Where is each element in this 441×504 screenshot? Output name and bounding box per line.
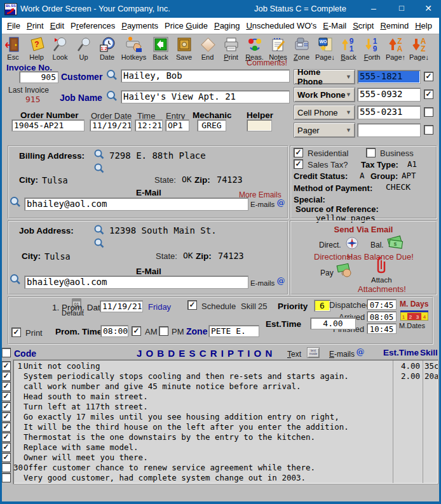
phone-field-1[interactable]: 555-1821 <box>357 70 421 84</box>
tax-type-value[interactable]: A1 <box>407 159 417 169</box>
print-button[interactable]: Print <box>219 36 243 61</box>
menu-price-guide[interactable]: Price Guide <box>161 21 211 30</box>
end-button[interactable]: End <box>196 36 219 61</box>
arrived-field[interactable]: 08:05 <box>367 311 397 322</box>
schedule-checkbox[interactable]: ✓ <box>187 300 197 310</box>
job-state-value[interactable]: OK <box>183 251 193 260</box>
phone-checkbox-3[interactable] <box>424 107 433 117</box>
hotkeys-button[interactable]: Hotkeys <box>119 36 149 61</box>
row-checkbox-6[interactable]: ✓ <box>1 412 11 421</box>
row-checkbox-5[interactable]: ✓ <box>1 402 11 411</box>
code-header-checkbox[interactable] <box>1 348 11 357</box>
am-checkbox[interactable]: ✓ <box>132 326 141 336</box>
notes-button[interactable]: Notes <box>266 36 290 61</box>
invoice-no-field[interactable]: 905 <box>19 71 58 83</box>
priority-field[interactable]: 6 <box>314 300 330 312</box>
row-checkbox-10[interactable]: ✓ <box>1 453 11 462</box>
menu-preferences[interactable]: Preferences <box>67 21 118 30</box>
billing-city-value[interactable]: Tulsa <box>42 175 68 185</box>
order-number-field[interactable]: 19045-AP21 <box>11 119 85 131</box>
phone-type-select-4[interactable]: Pager▼ <box>294 123 355 138</box>
menu-remind[interactable]: Remind <box>377 21 412 30</box>
row-checkbox-7[interactable]: ✓ <box>1 422 11 432</box>
group-value[interactable]: APT <box>402 171 416 180</box>
menu-help[interactable]: Help <box>412 21 435 30</box>
row-checkbox-9[interactable]: ✓ <box>1 442 11 452</box>
mechanic-field[interactable]: GREG <box>197 119 226 131</box>
billing-email-search-icon[interactable] <box>9 196 22 211</box>
phone-type-select-2[interactable]: Work Phone▼ <box>294 87 355 102</box>
minimize-button[interactable]: – <box>360 0 388 18</box>
residential-checkbox[interactable]: ✓ <box>294 148 303 157</box>
billing-email-field[interactable]: bhailey@aol.com <box>24 197 248 211</box>
header-emails-at-icon[interactable]: @ <box>355 347 365 357</box>
back-page-button[interactable]: 91 Back <box>337 36 360 61</box>
job-emails-at-icon[interactable]: @ <box>276 276 286 286</box>
back-record-button[interactable]: Back <box>149 36 172 61</box>
job-email-search-icon[interactable] <box>9 273 22 288</box>
entry-field[interactable]: OP1 <box>165 119 189 131</box>
menu-file[interactable]: File <box>4 21 24 30</box>
helper-field[interactable] <box>247 119 272 131</box>
row-checkbox-11[interactable] <box>1 463 11 472</box>
maximize-button[interactable]: □ <box>388 0 416 18</box>
menu-payments[interactable]: Payments <box>118 21 161 30</box>
customer-search-icon[interactable] <box>105 69 118 84</box>
billing-address-search-icon[interactable] <box>93 149 105 162</box>
order-time-field[interactable]: 12:21 <box>135 119 163 131</box>
phone-field-4[interactable] <box>357 123 421 137</box>
job-description-list[interactable]: 1Unit not cooling4.0035c System periodic… <box>13 359 438 484</box>
job-name-search-icon[interactable] <box>105 90 118 105</box>
page-down-wo-button[interactable]: WO Page↓ <box>313 36 337 61</box>
finished-field[interactable]: 10:45 <box>367 323 397 334</box>
directions-compass-icon[interactable] <box>345 236 359 253</box>
zone-field[interactable]: PETE E. <box>208 325 259 337</box>
job-address-search-icon[interactable] <box>93 224 105 238</box>
date-button[interactable]: 1:2 Date <box>95 36 119 61</box>
billing-zip-value[interactable]: 74123 <box>217 175 243 185</box>
row-checkbox-4[interactable]: ✓ <box>1 392 11 401</box>
business-checkbox[interactable] <box>366 148 376 157</box>
menu-paging[interactable]: Paging <box>211 21 243 30</box>
billing-address2-search-icon[interactable] <box>93 162 105 176</box>
menu-script[interactable]: Script <box>349 21 377 30</box>
est-time-field[interactable]: 4.00 <box>310 317 356 329</box>
billing-emails-at-icon[interactable]: @ <box>276 198 286 208</box>
job-address-value[interactable]: 12398 South Main St. <box>109 225 217 235</box>
look-button[interactable]: Look <box>48 36 72 61</box>
menu-unscheduled-wos[interactable]: Unscheduled WO's <box>243 21 320 30</box>
text-mode-label[interactable]: Text <box>287 350 301 359</box>
text-mode-icon[interactable]: textmode <box>307 347 320 358</box>
customer-field[interactable]: Hailey, Bob <box>121 69 290 83</box>
billing-address-value[interactable]: 7298 E. 88th Place <box>109 150 206 161</box>
reasons-button[interactable]: Reas. <box>243 36 266 61</box>
zone-button[interactable]: Zone <box>290 36 313 61</box>
dispatched-field[interactable]: 07:45 <box>367 299 397 310</box>
billing-state-value[interactable]: OK <box>182 175 192 184</box>
job-city-value[interactable]: Tulsa <box>44 251 71 262</box>
row-checkbox-1[interactable]: ✓ <box>1 361 11 371</box>
job-zip-value[interactable]: 74123 <box>218 251 244 261</box>
attach-paperclip-icon[interactable] <box>376 256 387 278</box>
menu-edit[interactable]: Edit <box>47 21 67 30</box>
page-down-az-button[interactable]: AZ Page↓ <box>407 36 431 61</box>
job-email-field[interactable]: bhailey@aol.com <box>24 275 248 289</box>
print-checkbox[interactable]: ✓ <box>11 328 21 337</box>
balance-money-icon[interactable]: $ <box>386 234 404 253</box>
row-checkbox-2[interactable]: ✓ <box>1 371 11 381</box>
forth-page-button[interactable]: 19 Forth <box>360 36 384 61</box>
page-up-za-button[interactable]: ZA Page↑ <box>384 36 407 61</box>
prom-time-field[interactable]: 08:00 <box>100 325 128 337</box>
sales-tax-checkbox[interactable]: ✓ <box>294 159 303 169</box>
phone-checkbox-4[interactable] <box>424 125 433 135</box>
job-name-field[interactable]: Hailey's View Apt. 21 <box>121 90 290 103</box>
m-dates-icon[interactable]: 1234 <box>400 310 428 323</box>
phone-checkbox-2[interactable]: ✓ <box>424 90 433 99</box>
menu-print[interactable]: Print <box>24 21 47 30</box>
up-button[interactable]: Up <box>72 36 95 61</box>
order-date-field[interactable]: 11/19/21 <box>90 119 132 131</box>
save-button[interactable]: Save <box>172 36 196 61</box>
phone-field-3[interactable]: 555-0231 <box>357 105 421 119</box>
credit-status-value[interactable]: A <box>360 171 365 180</box>
phone-checkbox-1[interactable]: ✓ <box>424 72 433 81</box>
